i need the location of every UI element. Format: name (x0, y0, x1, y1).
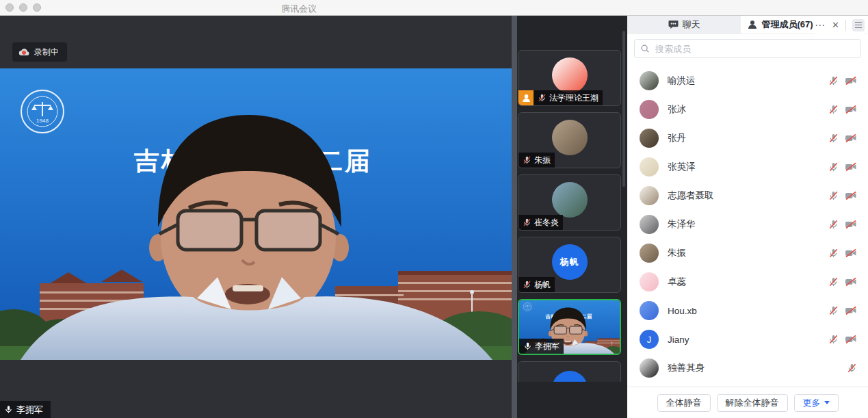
video-thumbnail[interactable]: 杨帆 杨帆 (518, 237, 621, 293)
mic-muted-icon[interactable] (828, 305, 839, 316)
member-icon (748, 20, 757, 29)
camera-off-icon[interactable] (845, 248, 857, 258)
thumbnail-name-label: 朱振 (518, 153, 555, 168)
mic-muted-icon[interactable] (828, 75, 839, 86)
member-row[interactable]: 朱泽华 (627, 210, 868, 239)
thumbnail-avatar (552, 57, 588, 93)
tab-members-label: 管理成员(67) (761, 18, 813, 31)
member-avatar (640, 244, 659, 263)
member-avatar (640, 100, 659, 119)
meeting-window: 腾讯会议 录制中 李拥军 (0, 0, 868, 418)
host-person-icon (522, 94, 531, 103)
mic-on-icon (4, 404, 13, 415)
window-title: 腾讯会议 (268, 3, 330, 15)
thumbnail-name: 李拥军 (535, 341, 560, 352)
search-icon (640, 44, 650, 53)
speaker-video-frame (0, 68, 512, 360)
member-name: 喻洪运 (668, 75, 828, 87)
video-thumbnail[interactable]: 李拥军 (518, 299, 621, 355)
member-name: 张丹 (668, 132, 828, 144)
mic-muted-icon[interactable] (847, 363, 857, 374)
thumbnail-name-label: 杨帆 (518, 277, 555, 292)
panel-controls: ⋯ ✕ (815, 16, 865, 34)
camera-off-icon[interactable] (845, 76, 857, 86)
member-row[interactable]: Hou.xb (627, 296, 868, 325)
mic-muted-icon (523, 218, 531, 227)
cloud-recording-icon (18, 48, 29, 56)
members-panel: 聊天 管理成员(67) ⋯ ✕ 喻洪运 (627, 16, 868, 418)
member-row[interactable]: 张丹 (627, 124, 868, 153)
thumbnail-avatar (552, 120, 588, 155)
tab-chat[interactable]: 聊天 (627, 16, 741, 34)
mic-muted-icon (523, 155, 531, 165)
caret-down-icon (824, 401, 830, 404)
member-avatar (640, 71, 659, 90)
mic-muted-icon[interactable] (828, 133, 839, 144)
video-thumbnail[interactable]: 法学理论王潮 (518, 50, 621, 106)
member-name: 张英泽 (668, 161, 828, 173)
mic-muted-icon[interactable] (828, 248, 839, 259)
window-titlebar: 腾讯会议 (0, 0, 868, 16)
mic-muted-icon[interactable] (828, 276, 839, 287)
mic-muted-icon[interactable] (828, 219, 839, 230)
member-avatar (640, 301, 659, 320)
member-row[interactable]: 张冰 (627, 95, 868, 124)
camera-off-icon[interactable] (845, 162, 857, 172)
controls-divider (845, 20, 846, 31)
camera-off-icon[interactable] (845, 133, 857, 143)
member-list: 喻洪运 张冰 (627, 66, 868, 387)
recording-badge: 录制中 (12, 42, 67, 62)
mic-muted-icon[interactable] (828, 161, 839, 172)
close-panel-icon[interactable]: ✕ (832, 20, 839, 30)
thumbnail-name-label: 法学理论王潮 (534, 90, 603, 105)
thumbnail-avatar: 杨帆 (552, 244, 588, 280)
member-row[interactable]: 喻洪运 (627, 66, 868, 95)
camera-off-icon[interactable] (845, 191, 857, 200)
member-row[interactable]: 独善其身 (627, 354, 868, 382)
main-video[interactable]: 录制中 李拥军 (0, 16, 512, 418)
member-search[interactable] (634, 39, 861, 58)
member-name: Hou.xb (668, 306, 828, 316)
video-thumbnail[interactable] (518, 361, 621, 382)
search-input[interactable] (654, 43, 855, 55)
member-row[interactable]: 志愿者聂取 (627, 181, 868, 210)
camera-off-icon[interactable] (845, 335, 857, 344)
mute-all-button[interactable]: 全体静音 (657, 394, 711, 412)
member-row[interactable]: J Jiany (627, 325, 868, 354)
member-avatar (640, 215, 659, 234)
panel-footer: 全体静音 解除全体静音 更多 (627, 387, 868, 418)
member-row[interactable]: 张英泽 (627, 153, 868, 181)
more-button[interactable]: 更多 (794, 394, 839, 412)
thumbnail-name: 法学理论王潮 (549, 92, 599, 104)
camera-off-icon[interactable] (845, 277, 857, 287)
mic-muted-icon[interactable] (828, 104, 839, 115)
mic-muted-icon[interactable] (828, 190, 839, 201)
member-row[interactable]: 卓蕊 (627, 267, 868, 296)
layout-menu-icon[interactable] (852, 19, 865, 31)
member-avatar (640, 186, 659, 205)
member-row[interactable]: 朱振 (627, 239, 868, 267)
more-button-label: 更多 (803, 397, 821, 409)
close-window-button[interactable] (5, 3, 14, 12)
thumbnail-name: 朱振 (534, 155, 551, 166)
thumbnail-name: 杨帆 (534, 279, 551, 291)
thumbnail-name-label: 崔冬炎 (518, 215, 563, 230)
unmute-all-button[interactable]: 解除全体静音 (717, 394, 788, 412)
member-name: 朱泽华 (668, 218, 828, 231)
minimize-window-button[interactable] (19, 3, 27, 12)
member-avatar (640, 272, 659, 291)
strip-scrollbar[interactable] (622, 31, 625, 187)
mic-muted-icon[interactable] (828, 334, 839, 345)
camera-off-icon[interactable] (845, 220, 857, 229)
video-thumbnail[interactable]: 崔冬炎 (518, 174, 621, 231)
thumbnail-avatar (552, 182, 588, 218)
thumbnail-avatar (552, 371, 588, 382)
zoom-window-button[interactable] (33, 3, 41, 12)
video-thumbnail[interactable]: 朱振 (518, 112, 621, 168)
mic-muted-icon (523, 280, 531, 289)
more-options-icon[interactable]: ⋯ (815, 22, 826, 29)
panel-splitter[interactable] (512, 16, 517, 418)
camera-off-icon[interactable] (845, 306, 857, 315)
camera-off-icon[interactable] (845, 105, 857, 114)
recording-dot (22, 51, 26, 55)
